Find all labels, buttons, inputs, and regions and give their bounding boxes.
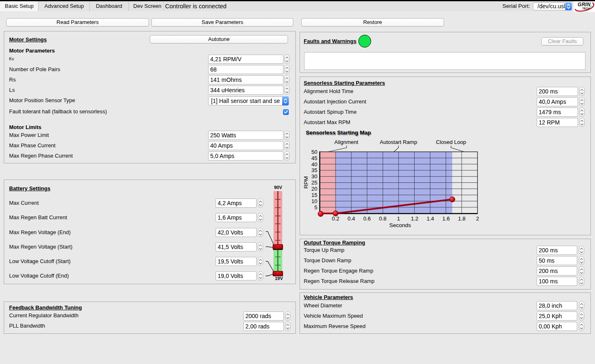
svg-text:40: 40 [312,161,317,168]
svg-text:10: 10 [312,198,317,204]
svg-text:30: 30 [312,173,317,180]
svg-text:0.4: 0.4 [348,216,355,222]
svg-text:1.8: 1.8 [458,216,465,222]
svg-text:0.6: 0.6 [363,216,371,222]
svg-text:5: 5 [314,204,317,211]
svg-text:1.2: 1.2 [411,216,418,222]
svg-text:35: 35 [312,167,317,173]
svg-text:20: 20 [312,186,317,192]
svg-text:Seconds: Seconds [389,222,411,228]
svg-text:1.4: 1.4 [427,216,434,222]
svg-text:50: 50 [312,149,317,155]
svg-text:15: 15 [312,192,317,198]
svg-text:1: 1 [397,216,400,222]
svg-text:0.2: 0.2 [332,216,339,222]
svg-text:RPM: RPM [303,176,309,189]
svg-text:0.8: 0.8 [379,216,386,222]
svg-text:1.6: 1.6 [442,216,450,222]
svg-text:2: 2 [476,216,479,222]
svg-text:Alignment: Alignment [334,139,358,145]
svg-text:45: 45 [312,155,317,161]
svg-text:Closed Loop: Closed Loop [436,139,466,145]
svg-text:Autostart Ramp: Autostart Ramp [380,139,417,145]
svg-text:25: 25 [312,180,317,186]
